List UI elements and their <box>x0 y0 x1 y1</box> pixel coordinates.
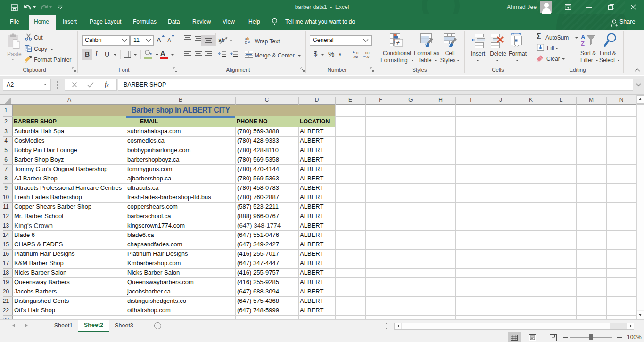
svg-text:.00: .00 <box>353 55 358 59</box>
svg-text:c: c <box>245 40 247 44</box>
svg-text:.0: .0 <box>366 55 369 59</box>
svg-text:Z: Z <box>581 40 585 47</box>
svg-text:A: A <box>581 33 586 41</box>
svg-text:≠: ≠ <box>396 40 400 47</box>
